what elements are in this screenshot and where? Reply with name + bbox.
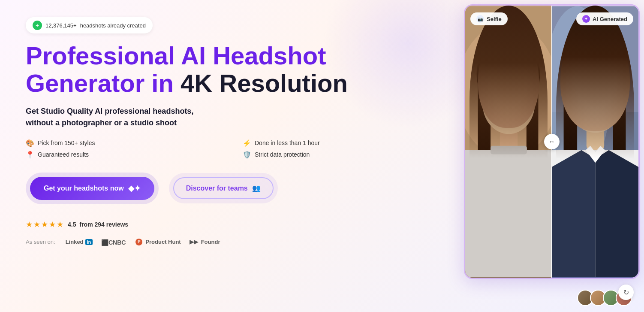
secondary-cta-wrap: Discover for teams 👥: [169, 173, 278, 203]
main-headline: Professional AI Headshot Generator in 4K…: [26, 42, 442, 97]
producthunt-logo: PProduct Hunt: [135, 239, 181, 245]
refresh-button[interactable]: ↻: [618, 285, 634, 300]
badge-count: 12,376,145+: [45, 22, 77, 29]
feature-styles: 🎨 Pick from 150+ styles: [26, 139, 226, 147]
styles-icon: 🎨: [26, 139, 34, 147]
headshots-badge: + 12,376,145+ headshots already created: [26, 17, 153, 33]
headline-line2-start: Generator in: [26, 69, 181, 97]
feature-styles-text: Pick from 150+ styles: [38, 139, 95, 146]
diamond-icon: ◆✦: [128, 184, 141, 193]
svg-rect-18: [587, 123, 604, 150]
star-rating: ★★★★★: [26, 220, 64, 229]
headline-line2-end: 4K Resolution: [181, 69, 348, 97]
svg-rect-5: [527, 74, 539, 179]
comparison-container[interactable]: ↔ 📷 Selfie ✦ AI Generated: [464, 4, 640, 279]
svg-rect-10: [465, 150, 552, 277]
feature-speed-text: Done in less than 1 hour: [255, 139, 320, 146]
selfie-label: 📷 Selfie: [470, 12, 508, 25]
teams-icon: 👥: [252, 184, 261, 192]
discover-teams-button[interactable]: Discover for teams 👥: [173, 177, 274, 199]
get-headshots-button[interactable]: Get your headshots now ◆✦: [30, 177, 154, 200]
svg-point-3: [477, 36, 540, 112]
press-logos: Linkedin ⬛CNBC PProduct Hunt ▶▶Foundr: [66, 238, 220, 246]
svg-rect-6: [500, 125, 518, 150]
svg-point-9: [514, 95, 521, 100]
foundr-logo: ▶▶Foundr: [190, 239, 220, 245]
primary-cta-label: Get your headshots now: [44, 185, 124, 192]
feature-speed: ⚡ Done in less than 1 hour: [243, 139, 442, 147]
primary-cta-wrap: Get your headshots now ◆✦: [26, 173, 159, 204]
svg-point-21: [601, 93, 608, 98]
svg-point-15: [563, 30, 629, 110]
selfie-icon: 📷: [476, 15, 484, 23]
ai-side: [552, 6, 638, 278]
ai-person-image: [552, 6, 638, 278]
feature-protection: 🛡️ Strict data protection: [243, 151, 442, 159]
svg-rect-16: [564, 70, 578, 205]
features-grid: 🎨 Pick from 150+ styles ⚡ Done in less t…: [26, 139, 442, 159]
badge-icon: +: [33, 21, 42, 30]
press-row: As seen on: Linkedin ⬛CNBC PProduct Hunt…: [26, 238, 442, 246]
press-label: As seen on:: [26, 239, 55, 245]
selfie-side: [465, 6, 552, 278]
bottom-row: ↻: [464, 290, 639, 306]
speed-icon: ⚡: [243, 139, 251, 147]
feature-results-text: Guaranteed results: [38, 151, 89, 158]
svg-rect-17: [613, 70, 626, 184]
svg-point-20: [582, 93, 590, 98]
ai-label-text: AI Generated: [593, 16, 627, 22]
ai-generated-label: ✦ AI Generated: [576, 12, 633, 25]
headline-line1: Professional AI Headshot: [26, 42, 326, 70]
protection-icon: 🛡️: [243, 151, 251, 159]
svg-text:⬛CNBC: ⬛CNBC: [101, 239, 126, 246]
feature-protection-text: Strict data protection: [255, 151, 310, 158]
selfie-label-text: Selfie: [487, 16, 502, 22]
left-panel: + 12,376,145+ headshots already created …: [0, 0, 464, 312]
secondary-cta-label: Discover for teams: [186, 185, 248, 192]
rating-reviews: from 294 reviews: [79, 221, 128, 228]
cta-row: Get your headshots now ◆✦ Discover for t…: [26, 173, 442, 204]
svg-point-8: [497, 95, 503, 100]
results-icon: 📍: [26, 151, 34, 159]
badge-text: headshots already created: [80, 22, 146, 29]
svg-point-19: [568, 70, 622, 133]
feature-results: 📍 Guaranteed results: [26, 151, 226, 159]
svg-point-7: [482, 73, 535, 134]
svg-rect-11: [491, 146, 527, 154]
cnbc-logo: ⬛CNBC: [101, 238, 127, 246]
selfie-person-image: [465, 6, 552, 278]
svg-point-14: [552, 6, 611, 176]
svg-point-2: [465, 23, 552, 158]
subheadline: Get Studio Quality AI professional heads…: [26, 106, 442, 129]
svg-rect-4: [478, 74, 491, 201]
linkedin-logo: Linkedin: [66, 239, 93, 245]
rating-score: 4.5: [68, 221, 76, 228]
ai-icon: ✦: [582, 15, 590, 23]
comparison-handle[interactable]: ↔: [544, 134, 560, 149]
rating-row: ★★★★★ 4.5 from 294 reviews: [26, 220, 442, 229]
right-panel: ↔ 📷 Selfie ✦ AI Generated ↻: [464, 0, 644, 312]
